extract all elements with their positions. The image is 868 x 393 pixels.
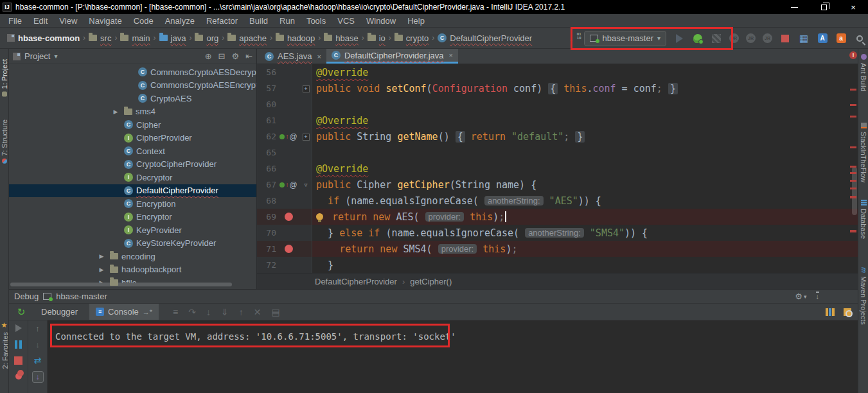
menu-item-refactor[interactable]: Refactor (200, 16, 244, 26)
error-stripe-mark[interactable] (850, 230, 856, 232)
tree-item-encryption[interactable]: CEncryption (9, 197, 256, 211)
debug-tab-debugger[interactable]: Debugger (35, 304, 84, 320)
error-stripe-mark[interactable] (850, 166, 856, 168)
tree-item-decryptor[interactable]: IDecryptor (9, 171, 256, 184)
tree-item-commonscryptoaesdecryptor[interactable]: CCommonsCryptoAESDecryptor (9, 66, 256, 79)
code-line-content[interactable]: } else if (name.equalsIgnoreCase( anothe… (312, 225, 858, 241)
fold-collapsed-icon[interactable]: + (303, 134, 310, 141)
rerun-button[interactable]: ↻ (13, 306, 30, 318)
jrebel-run-icon[interactable]: JR (729, 33, 739, 43)
error-stripe-mark[interactable] (850, 89, 856, 91)
menu-item-run[interactable]: Run (274, 16, 301, 26)
code-line-72[interactable]: 72 } (257, 257, 858, 273)
minimize-button[interactable] (779, 0, 809, 14)
tool-button-structure[interactable]: 7: Structure (1, 119, 8, 164)
menu-item-help[interactable]: Help (402, 16, 430, 26)
coverage-button[interactable] (711, 33, 722, 44)
scroll-to-end-icon[interactable]: →* (143, 308, 152, 316)
chevron-down-icon[interactable]: ▾ (54, 53, 57, 60)
tool-button-database[interactable]: Database (860, 200, 867, 239)
close-tab-icon[interactable]: × (317, 53, 321, 60)
step-out-icon[interactable]: ↑ (239, 307, 244, 317)
tree-item-commonscryptoaesencryptor[interactable]: CCommonsCryptoAESEncryptor (9, 79, 256, 92)
gutter[interactable]: 69 (257, 209, 312, 225)
console-output[interactable]: Connected to the target VM, address: '10… (48, 320, 858, 393)
breadcrumb-item-main[interactable]: main (118, 32, 152, 44)
tree-expand-arrow[interactable]: ▶ (96, 266, 107, 273)
tree-item-cipherprovider[interactable]: ICipherProvider (9, 132, 256, 145)
fold-marker[interactable]: + (301, 133, 311, 141)
horizontal-scrollbar[interactable] (10, 283, 232, 286)
gutter[interactable]: 68 (257, 193, 312, 209)
error-stripe-mark[interactable] (850, 146, 856, 148)
code-line-66[interactable]: 66@Override (257, 161, 858, 177)
tree-item-defaultcipherprovider[interactable]: CDefaultCipherProvider (9, 184, 256, 198)
gutter[interactable]: 62↑@+ (257, 128, 312, 144)
close-tab-icon[interactable]: × (449, 51, 453, 59)
close-button[interactable]: × (838, 0, 868, 14)
locate-icon[interactable]: ⊕ (205, 51, 212, 61)
breakpoint-icon[interactable] (285, 245, 293, 253)
menu-item-view[interactable]: View (53, 16, 83, 26)
thread-dump-icon[interactable] (844, 308, 851, 316)
pause-button[interactable] (13, 339, 24, 349)
evaluate-expression-icon[interactable]: ▤ (271, 307, 279, 317)
tree-item-encoding[interactable]: ▶encoding (9, 250, 256, 263)
breadcrumb-item-defaultcipherprovider[interactable]: CDefaultCipherProvider (436, 32, 534, 44)
force-step-into-icon[interactable]: ⇓ (221, 307, 229, 317)
gutter[interactable]: 72 (257, 257, 312, 273)
menu-item-code[interactable]: Code (128, 16, 159, 26)
breadcrumb-class[interactable]: DefaultCipherProvider (315, 277, 397, 286)
breadcrumb-item-apache[interactable]: apache (226, 32, 269, 44)
drop-frame-icon[interactable]: ✕ (254, 307, 261, 317)
code-line-61[interactable]: 61@Override (257, 112, 858, 128)
breadcrumb-item-java[interactable]: java (157, 32, 188, 44)
debug-settings-button[interactable]: ⚙ ▾ (795, 292, 806, 301)
update-project-icon[interactable]: ↓0110 (565, 33, 577, 44)
tree-item-keyprovider[interactable]: IKeyProvider (9, 223, 256, 237)
show-execution-point-icon[interactable]: ≡ (173, 307, 178, 317)
override-method-icon[interactable] (279, 182, 285, 188)
error-stripe-mark[interactable] (850, 116, 856, 118)
override-method-icon[interactable] (279, 134, 285, 139)
error-stripe-mark[interactable] (850, 104, 856, 106)
code-line-content[interactable]: @Override (312, 112, 858, 128)
run-config-selector[interactable]: hbase-master ▾ (584, 31, 666, 46)
hide-panel-icon[interactable]: ⇤ (245, 51, 252, 61)
tree-expand-arrow[interactable]: ▶ (111, 109, 121, 115)
up-stack-button[interactable]: ↑ (33, 323, 43, 333)
tool-button-ant-build[interactable]: Ant Build (860, 54, 867, 91)
down-stack-button[interactable]: ↓ (33, 339, 43, 349)
menu-item-build[interactable]: Build (244, 16, 274, 26)
resume-button[interactable] (13, 323, 24, 333)
translate-orange-icon[interactable]: a (835, 33, 847, 44)
error-stripe[interactable]: ! (849, 64, 858, 273)
code-line-content[interactable] (312, 96, 858, 112)
search-everywhere-button[interactable] (854, 33, 865, 44)
fold-marker[interactable]: + (301, 85, 311, 92)
error-stripe-mark[interactable] (850, 196, 856, 198)
code-line-content[interactable]: public void setConf(Configuration conf) … (312, 80, 858, 96)
build-icon[interactable]: ▦ (798, 33, 810, 44)
menu-item-edit[interactable]: Edit (28, 16, 53, 26)
code-line-content[interactable]: @Override (312, 64, 858, 80)
code-line-content[interactable]: return new SMS4( provider: this); (312, 241, 858, 257)
tree-item-sms4[interactable]: ▶sms4 (9, 105, 256, 119)
refresh-threads-button[interactable]: ⇄ (33, 355, 43, 365)
layout-settings-button[interactable]: ↓ (32, 371, 44, 383)
menu-item-analyze[interactable]: Analyze (159, 16, 200, 26)
view-breakpoints-button[interactable] (13, 371, 24, 381)
step-over-icon[interactable]: ↷ (188, 307, 196, 317)
tree-expand-arrow[interactable]: ▶ (96, 253, 107, 259)
code-line-68[interactable]: 68 if (name.equalsIgnoreCase( anotherStr… (257, 193, 858, 209)
breadcrumb-item-hadoop[interactable]: hadoop (274, 32, 317, 44)
code-line-content[interactable] (312, 144, 858, 161)
code-line-71[interactable]: 71 return new SMS4( provider: this); (257, 241, 858, 257)
code-line-62[interactable]: 62↑@+public String getName() { return "d… (257, 128, 858, 144)
code-line-56[interactable]: 56@Override (257, 64, 858, 80)
stop-button-debug[interactable] (13, 355, 24, 365)
gutter[interactable]: 56 (257, 64, 312, 80)
tree-item-cipher[interactable]: CCipher (9, 118, 256, 132)
gutter[interactable]: 61 (257, 112, 312, 128)
menu-item-window[interactable]: Window (360, 16, 402, 26)
